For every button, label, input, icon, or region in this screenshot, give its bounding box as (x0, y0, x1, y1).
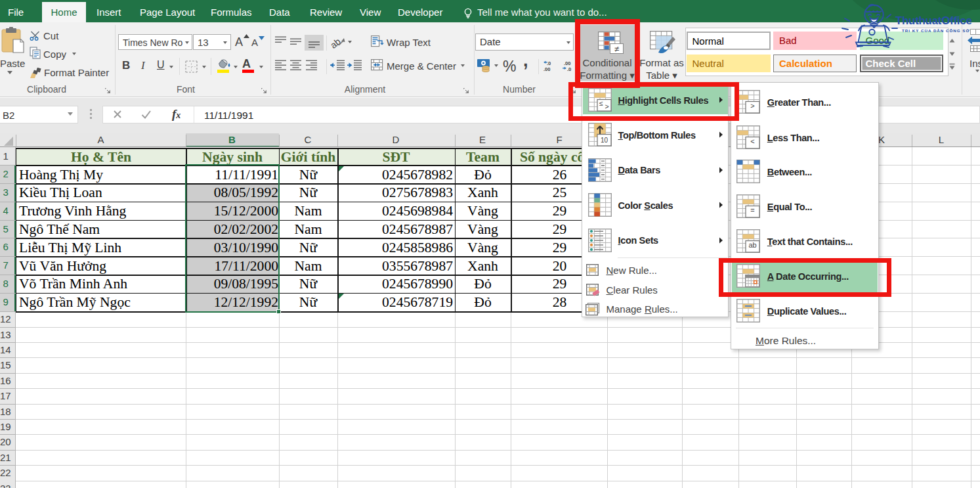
svg-text:<: < (750, 137, 754, 144)
svg-text:.0: .0 (567, 66, 571, 72)
svg-text:10: 10 (600, 137, 608, 144)
svg-text:.00: .00 (564, 60, 570, 66)
svg-text:=: = (750, 206, 754, 213)
svg-text:ab: ab (748, 240, 756, 248)
svg-text:.0: .0 (547, 60, 551, 66)
svg-text:>: > (750, 101, 754, 109)
svg-text:.00: .00 (543, 66, 550, 72)
